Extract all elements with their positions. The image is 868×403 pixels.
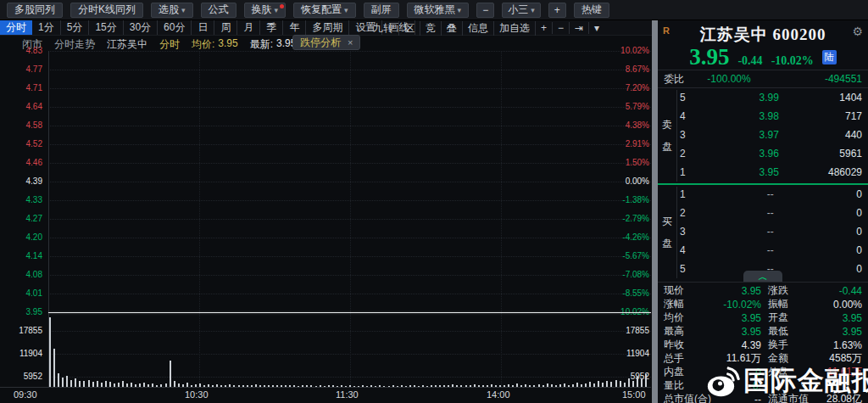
view-label: 分时走势 xyxy=(54,37,95,52)
stat-label: 最高 xyxy=(664,324,713,339)
volume-bar xyxy=(310,385,312,387)
volume-bar xyxy=(491,384,492,387)
commission-ratio-row: 委比 -100.00% -494551 xyxy=(658,71,868,87)
volume-bar xyxy=(375,386,376,387)
volume-bar xyxy=(281,385,282,387)
weicha-value: -494551 xyxy=(825,73,862,85)
stat-value: 28.08亿 xyxy=(814,392,862,403)
volume-bar xyxy=(264,385,265,387)
stat-row-7: 量比0. xyxy=(658,378,868,392)
volume-bar xyxy=(203,385,205,387)
buy-side-label: 买盘 xyxy=(661,210,673,255)
avg-price-readout: 均价:3.95 xyxy=(192,37,238,52)
price-axis-label: 4.39 xyxy=(7,176,42,187)
volume-bar xyxy=(182,384,184,387)
panel-splitter-handle[interactable] xyxy=(652,20,658,403)
price-axis-label: 4.64 xyxy=(7,102,42,112)
chevron-up-icon: ︿ xyxy=(759,272,768,281)
volume-bar xyxy=(628,378,630,387)
volume-bar xyxy=(358,386,359,387)
sell-row-3[interactable]: 33.97440 xyxy=(680,126,862,144)
pct-axis-label: 4.38% xyxy=(605,120,649,131)
volume-bar xyxy=(392,385,394,387)
volume-bar xyxy=(585,383,587,387)
volume-bar xyxy=(199,383,201,387)
volume-bar xyxy=(397,386,398,387)
volume-bar xyxy=(508,384,509,387)
pct-axis-label: -5.67% xyxy=(605,251,649,261)
stock-title[interactable]: 江苏吴中 600200 xyxy=(658,24,868,46)
limit-down-analysis-tab[interactable]: 跌停分析 × xyxy=(292,35,360,50)
sell-row-2[interactable]: 23.965961 xyxy=(680,144,862,163)
volume-bar xyxy=(79,381,81,387)
price-axis-label: 4.20 xyxy=(7,232,42,243)
price-axis-label: 4.52 xyxy=(7,139,42,149)
volume-bar xyxy=(195,384,197,387)
sell-row-1[interactable]: 13.95486029 xyxy=(680,163,862,182)
pct-axis-label: -2.79% xyxy=(605,214,649,224)
volume-bar xyxy=(238,385,240,387)
buy-row-4[interactable]: 4--0 xyxy=(680,241,862,260)
stat-label: 涨跌 xyxy=(761,283,814,298)
sell-row-5[interactable]: 53.991404 xyxy=(680,88,862,107)
quote-panel: R 江苏吴中 600200 ⚙ 3.95 -0.44 -10.02% 陆 委比 … xyxy=(658,20,868,403)
market-status: 闭市 xyxy=(22,37,42,52)
volume-bar xyxy=(641,379,643,387)
volume-bar xyxy=(349,385,351,387)
weibi-label: 委比 xyxy=(664,72,684,87)
volume-bar xyxy=(70,380,72,387)
volume-bar xyxy=(174,381,175,387)
volume-bar xyxy=(251,385,253,387)
pct-axis-label: -8.55% xyxy=(605,288,649,299)
volume-bar xyxy=(602,383,604,387)
volume-axis-label: 17855 xyxy=(7,326,42,336)
volume-bar xyxy=(109,382,111,387)
intraday-chart[interactable]: 4.8310.02%4.778.67%4.717.20%4.645.79%4.5… xyxy=(0,0,652,403)
price-axis-label: 4.58 xyxy=(7,120,42,131)
close-icon[interactable]: × xyxy=(348,37,353,48)
volume-bar xyxy=(293,385,295,387)
volume-bar xyxy=(332,385,334,387)
stat-value: 1.63% xyxy=(814,339,862,351)
collapse-book-button[interactable]: ︿ xyxy=(743,271,782,282)
volume-bar xyxy=(401,385,403,387)
volume-bar xyxy=(341,385,342,387)
time-axis-label: 14:00 xyxy=(487,389,510,400)
stat-value: 3.95 xyxy=(814,326,862,338)
stat-label: 振幅 xyxy=(761,297,814,311)
volume-bar xyxy=(285,385,287,387)
pct-axis-label: 7.20% xyxy=(605,83,649,93)
volume-bar xyxy=(388,386,390,387)
sell-side-label: 卖盘 xyxy=(661,114,673,158)
volume-axis-label: 11904 xyxy=(605,349,649,359)
volume-bar xyxy=(487,385,488,387)
stat-value: 4.39 xyxy=(713,339,761,351)
volume-bar xyxy=(576,383,578,387)
volume-bar xyxy=(478,385,480,387)
volume-bar xyxy=(242,385,244,387)
divider xyxy=(658,282,868,283)
sell-row-4[interactable]: 43.98717 xyxy=(680,107,862,126)
buy-row-3[interactable]: 3--0 xyxy=(680,222,862,241)
volume-bar xyxy=(482,385,484,387)
volume-bar xyxy=(208,384,209,387)
stat-value: 11.61万 xyxy=(713,351,761,366)
volume-bar xyxy=(315,386,317,387)
time-axis-label: 10:30 xyxy=(185,389,209,400)
pct-axis-label: 8.67% xyxy=(605,64,649,75)
stock-name-label: 江苏吴中 xyxy=(107,37,147,52)
buy-row-1[interactable]: 1--0 xyxy=(680,185,862,204)
last-price: 3.95 xyxy=(689,44,729,70)
volume-bar xyxy=(448,385,449,387)
last-price-readout: 最新:3.95 xyxy=(250,37,297,52)
volume-axis-label: 17855 xyxy=(605,326,649,336)
volume-bar xyxy=(233,385,235,387)
stat-value: 3.95 xyxy=(814,312,862,324)
volume-bar xyxy=(370,385,372,387)
volume-bar xyxy=(512,385,514,387)
buy-row-2[interactable]: 2--0 xyxy=(680,204,862,222)
stat-value: 4585万 xyxy=(814,351,862,366)
volume-bar xyxy=(414,385,415,387)
gear-icon[interactable]: ⚙ xyxy=(852,25,863,38)
stat-value: 0. xyxy=(713,380,761,392)
